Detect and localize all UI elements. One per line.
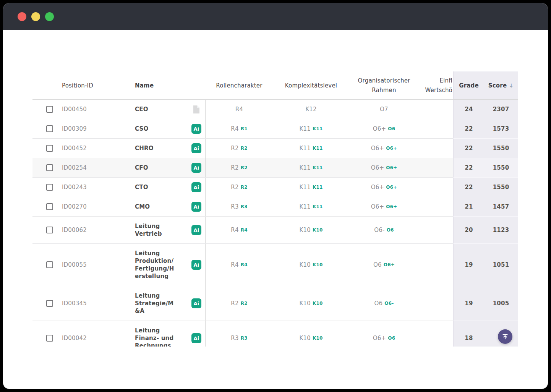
komplexitaetslevel-ai-value: K11	[313, 146, 323, 151]
row-checkbox[interactable]	[46, 184, 53, 191]
document-icon[interactable]	[193, 105, 199, 113]
score-value: 1457	[493, 203, 509, 210]
position-id-value: ID00062	[62, 227, 87, 233]
table-row[interactable]: ID00345 Leitung Strategie/M &A Ai R2R2 K…	[32, 286, 518, 321]
row-checkbox[interactable]	[46, 203, 53, 210]
position-name: CTO	[135, 178, 148, 197]
header-name[interactable]: Name	[132, 82, 187, 89]
score-value: 1550	[493, 184, 509, 191]
komplexitaetslevel-value: K11	[299, 125, 311, 132]
komplexitaetslevel-value: K11	[299, 145, 311, 152]
header-rollencharakter[interactable]: Rollencharakter	[206, 82, 273, 89]
score-value: 1550	[493, 145, 509, 152]
row-checkbox[interactable]	[46, 106, 53, 113]
minimize-window-button[interactable]	[31, 12, 40, 21]
header-grade[interactable]: Grade	[454, 82, 484, 89]
ai-badge[interactable]: Ai	[191, 182, 201, 192]
header-org-rahmen-label: Organisatorischer Rahmen	[358, 76, 410, 95]
komplexitaetslevel-cell: K10K10	[273, 286, 349, 321]
rollencharakter-ai-value: R2	[241, 301, 248, 306]
ai-badge[interactable]: Ai	[191, 333, 201, 343]
row-checkbox[interactable]	[46, 125, 53, 132]
org-rahmen-ai-value: O6+	[386, 185, 397, 190]
ai-badge[interactable]: Ai	[191, 202, 201, 212]
table-row[interactable]: ID00309 CSO Ai R4R1 K11K11 O6+O6 22 1573	[32, 119, 518, 139]
header-komplexitaetslevel[interactable]: Komplexitätslevel	[273, 82, 349, 89]
komplexitaetslevel-value: K11	[299, 184, 311, 191]
org-rahmen-cell: O6+O6	[349, 119, 419, 138]
table-row[interactable]: ID00042 Leitung Finanz- und Rechnungs Ai…	[32, 321, 518, 347]
score-value: 1005	[493, 300, 509, 307]
header-position-id[interactable]: Position-ID	[57, 82, 132, 89]
grade-value: 22	[465, 125, 473, 132]
komplexitaetslevel-cell: K10K10	[273, 321, 349, 347]
komplexitaetslevel-value: K11	[299, 164, 311, 171]
header-score[interactable]: Score ↓	[484, 82, 518, 89]
position-name: Leitung Strategie/M &A	[135, 286, 174, 321]
table-row[interactable]: ID00450 CEO R4 K12 O7 24 2307	[32, 100, 518, 119]
rollencharakter-cell: R2R2	[206, 158, 273, 177]
org-rahmen-ai-value: O6+	[386, 146, 397, 151]
komplexitaetslevel-ai-value: K11	[313, 126, 323, 131]
ai-badge[interactable]: Ai	[191, 163, 201, 173]
org-rahmen-value: O7	[380, 106, 388, 113]
position-name: CSO	[135, 119, 148, 138]
org-rahmen-cell: O6+O6	[349, 321, 419, 347]
row-checkbox[interactable]	[46, 164, 53, 171]
grade-value: 22	[465, 145, 473, 152]
close-window-button[interactable]	[18, 12, 26, 21]
row-checkbox[interactable]	[46, 261, 53, 268]
grade-value: 18	[465, 335, 473, 342]
window-titlebar	[3, 3, 548, 30]
ai-badge[interactable]: Ai	[191, 143, 201, 153]
org-rahmen-ai-value: O6+	[386, 165, 397, 170]
rollencharakter-ai-value: R2	[241, 146, 248, 151]
rollencharakter-cell: R4R4	[206, 217, 273, 243]
score-value: 2307	[493, 106, 509, 113]
grade-score-panel: 24 2307	[453, 100, 518, 119]
row-checkbox[interactable]	[46, 335, 53, 342]
score-value: 1123	[493, 227, 509, 233]
rollencharakter-value: R4	[231, 125, 238, 132]
table-row[interactable]: ID00452 CHRO Ai R2R2 K11K11 O6+O6+ 22 15…	[32, 139, 518, 158]
ai-badge[interactable]: Ai	[191, 260, 201, 270]
maximize-window-button[interactable]	[45, 12, 54, 21]
ai-badge[interactable]: Ai	[191, 225, 201, 235]
org-rahmen-value: O6+	[371, 184, 384, 191]
org-rahmen-ai-value: O6+	[384, 262, 395, 267]
table-row[interactable]: ID00243 CTO Ai R2R2 K11K11 O6+O6+ 22 155…	[32, 178, 518, 197]
org-rahmen-value: O6	[373, 261, 382, 268]
header-komplexitaetslevel-label: Komplexitätslevel	[285, 82, 337, 89]
org-rahmen-cell: O6O6-	[349, 286, 419, 321]
grade-score-panel: 19 1051	[453, 244, 518, 286]
table-header-row: Position-ID Name Rollencharakter Komplex…	[32, 71, 518, 100]
rollencharakter-value: R4	[231, 227, 238, 233]
org-rahmen-cell: O6+O6+	[349, 178, 419, 197]
table-row[interactable]: ID00062 Leitung Vertrieb Ai R4R4 K10K10 …	[32, 217, 518, 244]
komplexitaetslevel-ai-value: K10	[313, 227, 323, 233]
position-name: Leitung Produktion/ Fertigung/H erstellu…	[135, 244, 174, 286]
rollencharakter-value: R2	[231, 145, 238, 152]
org-rahmen-ai-value: O6	[388, 335, 395, 341]
row-checkbox[interactable]	[46, 300, 53, 307]
org-rahmen-value: O6+	[373, 335, 386, 342]
ai-badge[interactable]: Ai	[191, 298, 201, 308]
table-row[interactable]: ID00055 Leitung Produktion/ Fertigung/H …	[32, 244, 518, 286]
header-name-label: Name	[135, 82, 154, 89]
rollencharakter-value: R4	[235, 106, 243, 113]
org-rahmen-ai-value: O6	[387, 227, 394, 233]
ai-badge[interactable]: Ai	[191, 124, 201, 134]
header-einfluss-label: Einfl Wertschö	[425, 76, 452, 95]
rollencharakter-cell: R4R1	[206, 119, 273, 138]
scroll-to-top-button[interactable]	[498, 329, 512, 344]
table-row[interactable]: ID00270 CMO Ai R3R3 K11K11 O6+O6+ 21 145…	[32, 197, 518, 217]
position-id-value: ID00452	[62, 145, 87, 152]
org-rahmen-value: O6	[374, 300, 383, 307]
table-row[interactable]: ID00254 CFO Ai R2R2 K11K11 O6+O6+ 22 155…	[32, 158, 518, 178]
komplexitaetslevel-cell: K11K11	[273, 139, 349, 158]
komplexitaetslevel-cell: K12	[273, 100, 349, 119]
grade-score-panel: 21 1457	[453, 197, 518, 217]
header-org-rahmen[interactable]: Organisatorischer Rahmen	[349, 76, 419, 95]
row-checkbox[interactable]	[46, 145, 53, 152]
row-checkbox[interactable]	[46, 227, 53, 233]
